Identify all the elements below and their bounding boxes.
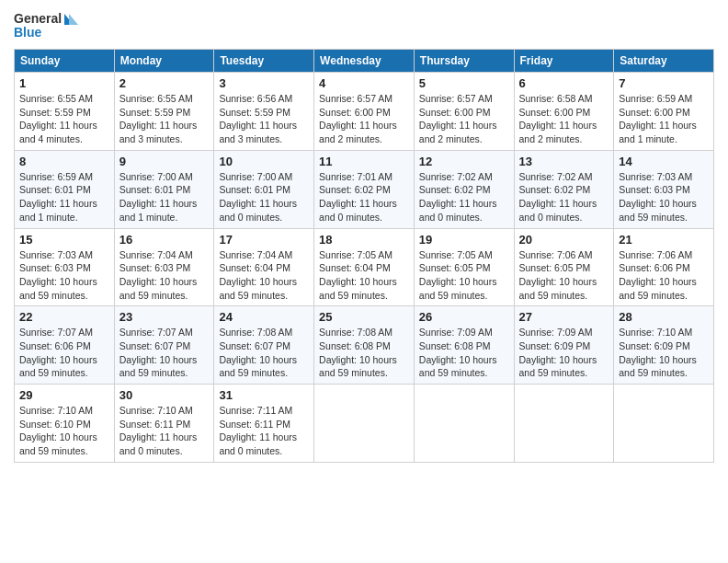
calendar-cell: 18Sunrise: 7:05 AMSunset: 6:04 PMDayligh… xyxy=(314,228,415,306)
day-number: 24 xyxy=(219,310,309,324)
day-number: 31 xyxy=(219,388,309,402)
day-info: Sunrise: 7:04 AMSunset: 6:03 PMDaylight:… xyxy=(119,248,210,303)
day-info: Sunrise: 6:59 AMSunset: 6:00 PMDaylight:… xyxy=(619,92,709,146)
calendar-cell: 22Sunrise: 7:07 AMSunset: 6:06 PMDayligh… xyxy=(15,306,115,385)
day-info: Sunrise: 7:01 AMSunset: 6:02 PMDaylight:… xyxy=(319,170,409,224)
calendar-week-3: 15Sunrise: 7:03 AMSunset: 6:03 PMDayligh… xyxy=(15,228,714,306)
day-number: 14 xyxy=(619,155,709,168)
calendar-cell: 12Sunrise: 7:02 AMSunset: 6:02 PMDayligh… xyxy=(414,150,514,228)
calendar-cell: 26Sunrise: 7:09 AMSunset: 6:08 PMDayligh… xyxy=(414,306,514,385)
day-number: 15 xyxy=(19,233,109,247)
calendar-cell: 9Sunrise: 7:00 AMSunset: 6:01 PMDaylight… xyxy=(114,150,214,228)
calendar-cell: 7Sunrise: 6:59 AMSunset: 6:00 PMDaylight… xyxy=(614,73,714,151)
col-header-sunday: Sunday xyxy=(15,50,115,73)
day-info: Sunrise: 7:02 AMSunset: 6:02 PMDaylight:… xyxy=(419,170,509,224)
calendar-cell: 4Sunrise: 6:57 AMSunset: 6:00 PMDaylight… xyxy=(314,73,415,151)
day-number: 20 xyxy=(519,233,609,247)
calendar-cell: 8Sunrise: 6:59 AMSunset: 6:01 PMDaylight… xyxy=(15,150,115,228)
day-info: Sunrise: 7:04 AMSunset: 6:04 PMDaylight:… xyxy=(219,248,309,303)
calendar-cell: 24Sunrise: 7:08 AMSunset: 6:07 PMDayligh… xyxy=(214,306,314,385)
col-header-wednesday: Wednesday xyxy=(314,50,415,73)
day-number: 29 xyxy=(19,388,109,402)
svg-marker-3 xyxy=(69,14,78,25)
day-number: 6 xyxy=(519,76,609,90)
day-info: Sunrise: 6:58 AMSunset: 6:00 PMDaylight:… xyxy=(519,92,609,146)
calendar-cell: 23Sunrise: 7:07 AMSunset: 6:07 PMDayligh… xyxy=(114,306,214,385)
calendar-cell: 16Sunrise: 7:04 AMSunset: 6:03 PMDayligh… xyxy=(114,228,214,306)
day-info: Sunrise: 7:10 AMSunset: 6:09 PMDaylight:… xyxy=(619,326,709,380)
day-number: 17 xyxy=(219,233,309,247)
day-info: Sunrise: 7:00 AMSunset: 6:01 PMDaylight:… xyxy=(219,170,309,224)
calendar-cell xyxy=(514,385,614,463)
calendar-cell: 14Sunrise: 7:03 AMSunset: 6:03 PMDayligh… xyxy=(614,150,714,228)
day-info: Sunrise: 6:55 AMSunset: 5:59 PMDaylight:… xyxy=(119,92,210,146)
day-info: Sunrise: 7:03 AMSunset: 6:03 PMDaylight:… xyxy=(619,170,709,224)
day-number: 10 xyxy=(219,155,309,168)
calendar-cell: 10Sunrise: 7:00 AMSunset: 6:01 PMDayligh… xyxy=(214,150,314,228)
calendar-week-5: 29Sunrise: 7:10 AMSunset: 6:10 PMDayligh… xyxy=(15,385,714,463)
day-info: Sunrise: 6:56 AMSunset: 5:59 PMDaylight:… xyxy=(219,92,309,146)
day-number: 22 xyxy=(19,310,109,324)
day-number: 5 xyxy=(419,76,509,90)
day-number: 26 xyxy=(419,310,509,324)
calendar-cell: 19Sunrise: 7:05 AMSunset: 6:05 PMDayligh… xyxy=(414,228,514,306)
day-info: Sunrise: 7:09 AMSunset: 6:09 PMDaylight:… xyxy=(519,326,609,380)
day-number: 2 xyxy=(119,76,210,90)
day-number: 21 xyxy=(619,233,709,247)
day-info: Sunrise: 7:07 AMSunset: 6:07 PMDaylight:… xyxy=(119,326,210,380)
day-info: Sunrise: 7:02 AMSunset: 6:02 PMDaylight:… xyxy=(519,170,609,224)
day-info: Sunrise: 7:11 AMSunset: 6:11 PMDaylight:… xyxy=(219,404,309,458)
day-number: 30 xyxy=(119,388,210,402)
day-number: 12 xyxy=(419,155,509,168)
day-number: 16 xyxy=(119,233,210,247)
day-number: 25 xyxy=(319,310,409,324)
day-number: 23 xyxy=(119,310,210,324)
day-info: Sunrise: 7:05 AMSunset: 6:04 PMDaylight:… xyxy=(319,248,409,303)
calendar-cell: 2Sunrise: 6:55 AMSunset: 5:59 PMDaylight… xyxy=(114,73,214,151)
col-header-saturday: Saturday xyxy=(614,50,714,73)
day-number: 1 xyxy=(19,76,109,90)
day-number: 8 xyxy=(19,155,109,168)
calendar-cell xyxy=(314,385,415,463)
day-number: 4 xyxy=(319,76,409,90)
calendar-week-2: 8Sunrise: 6:59 AMSunset: 6:01 PMDaylight… xyxy=(15,150,714,228)
day-number: 19 xyxy=(419,233,509,247)
day-info: Sunrise: 6:57 AMSunset: 6:00 PMDaylight:… xyxy=(419,92,509,146)
calendar-cell: 28Sunrise: 7:10 AMSunset: 6:09 PMDayligh… xyxy=(614,306,714,385)
day-info: Sunrise: 6:59 AMSunset: 6:01 PMDaylight:… xyxy=(19,170,109,224)
day-info: Sunrise: 7:10 AMSunset: 6:11 PMDaylight:… xyxy=(119,404,210,458)
calendar-cell: 21Sunrise: 7:06 AMSunset: 6:06 PMDayligh… xyxy=(614,228,714,306)
calendar-cell: 29Sunrise: 7:10 AMSunset: 6:10 PMDayligh… xyxy=(15,385,115,463)
calendar-week-1: 1Sunrise: 6:55 AMSunset: 5:59 PMDaylight… xyxy=(15,73,714,151)
calendar-cell: 27Sunrise: 7:09 AMSunset: 6:09 PMDayligh… xyxy=(514,306,614,385)
day-info: Sunrise: 7:08 AMSunset: 6:07 PMDaylight:… xyxy=(219,326,309,380)
day-info: Sunrise: 7:05 AMSunset: 6:05 PMDaylight:… xyxy=(419,248,509,303)
calendar-cell: 5Sunrise: 6:57 AMSunset: 6:00 PMDaylight… xyxy=(414,73,514,151)
calendar-cell: 25Sunrise: 7:08 AMSunset: 6:08 PMDayligh… xyxy=(314,306,415,385)
calendar-cell: 13Sunrise: 7:02 AMSunset: 6:02 PMDayligh… xyxy=(514,150,614,228)
calendar-week-4: 22Sunrise: 7:07 AMSunset: 6:06 PMDayligh… xyxy=(15,306,714,385)
col-header-thursday: Thursday xyxy=(414,50,514,73)
day-number: 7 xyxy=(619,76,709,90)
day-info: Sunrise: 7:07 AMSunset: 6:06 PMDaylight:… xyxy=(19,326,109,380)
day-info: Sunrise: 7:10 AMSunset: 6:10 PMDaylight:… xyxy=(19,404,109,458)
day-info: Sunrise: 7:03 AMSunset: 6:03 PMDaylight:… xyxy=(19,248,109,303)
day-number: 28 xyxy=(619,310,709,324)
col-header-monday: Monday xyxy=(114,50,214,73)
day-number: 11 xyxy=(319,155,409,168)
day-number: 27 xyxy=(519,310,609,324)
col-header-friday: Friday xyxy=(514,50,614,73)
day-number: 18 xyxy=(319,233,409,247)
day-number: 13 xyxy=(519,155,609,168)
calendar-table: SundayMondayTuesdayWednesdayThursdayFrid… xyxy=(14,49,714,463)
day-info: Sunrise: 6:57 AMSunset: 6:00 PMDaylight:… xyxy=(319,92,409,146)
logo-svg: GeneralBlue xyxy=(14,9,78,41)
day-info: Sunrise: 7:08 AMSunset: 6:08 PMDaylight:… xyxy=(319,326,409,380)
day-info: Sunrise: 7:09 AMSunset: 6:08 PMDaylight:… xyxy=(419,326,509,380)
calendar-cell xyxy=(414,385,514,463)
day-info: Sunrise: 7:06 AMSunset: 6:05 PMDaylight:… xyxy=(519,248,609,303)
day-number: 3 xyxy=(219,76,309,90)
calendar-cell: 11Sunrise: 7:01 AMSunset: 6:02 PMDayligh… xyxy=(314,150,415,228)
calendar-cell: 3Sunrise: 6:56 AMSunset: 5:59 PMDaylight… xyxy=(214,73,314,151)
logo: GeneralBlue xyxy=(14,9,78,41)
